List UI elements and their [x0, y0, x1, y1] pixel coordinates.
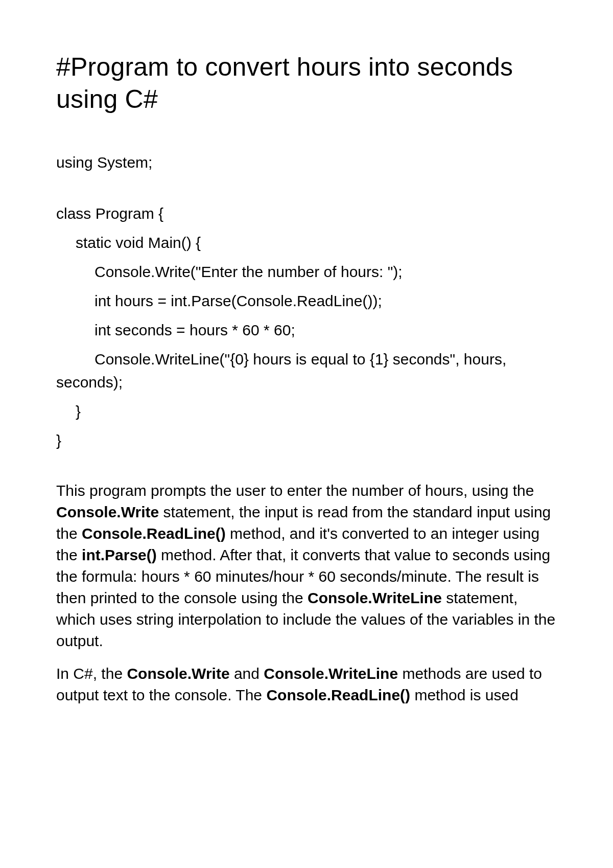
code-line: } [56, 400, 557, 423]
code-line: Console.WriteLine("{0} hours is equal to… [56, 348, 557, 371]
code-line: } [56, 429, 557, 452]
code-line: using System; [56, 151, 557, 174]
code-line: int seconds = hours * 60 * 60; [56, 318, 557, 341]
bold-text: Console.WriteLine [308, 589, 442, 606]
bold-text: Console.Write [127, 665, 229, 682]
code-block: using System; class Program { static voi… [56, 151, 557, 452]
code-line: static void Main() { [56, 231, 557, 254]
bold-text: Console.WriteLine [264, 665, 398, 682]
bold-text: Console.ReadLine() [266, 687, 410, 703]
code-line: Console.Write("Enter the number of hours… [56, 260, 557, 283]
code-line: seconds); [56, 371, 557, 394]
text-run: and [230, 665, 264, 682]
bold-text: Console.ReadLine() [82, 525, 226, 542]
page-title: #Program to convert hours into seconds u… [56, 51, 557, 115]
code-line: class Program { [56, 202, 557, 225]
paragraph-explanation-1: This program prompts the user to enter t… [56, 480, 557, 652]
text-run: This program prompts the user to enter t… [56, 482, 534, 499]
text-run: method is used [410, 687, 518, 703]
bold-text: int.Parse() [82, 546, 157, 563]
code-line: int hours = int.Parse(Console.ReadLine()… [56, 289, 557, 312]
paragraph-explanation-2: In C#, the Console.Write and Console.Wri… [56, 663, 557, 706]
bold-text: Console.Write [56, 504, 159, 520]
text-run: In C#, the [56, 665, 127, 682]
